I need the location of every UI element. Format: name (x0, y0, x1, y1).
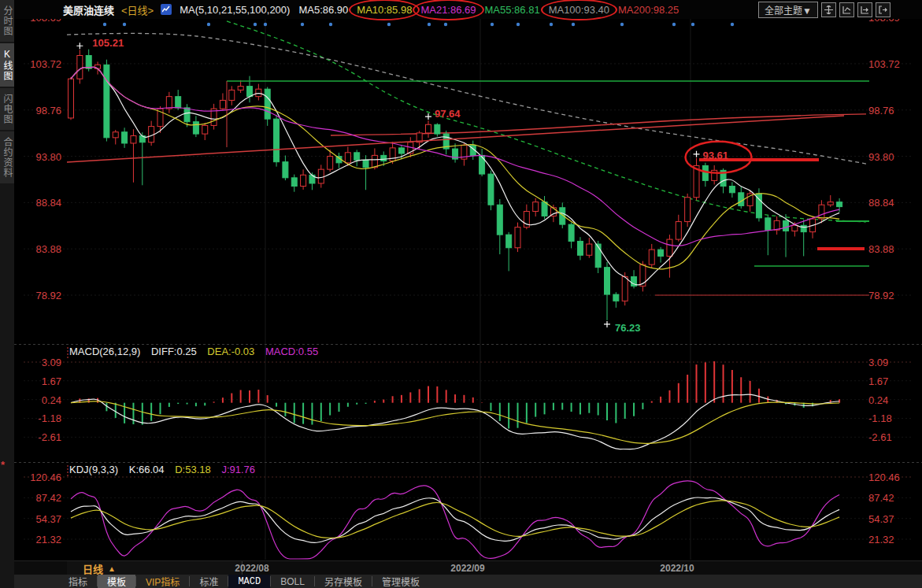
price-axis-label: 93.80 (868, 151, 894, 163)
candle (291, 175, 297, 192)
kdj-axis-label: 120.46 (868, 472, 900, 483)
chevron-up-icon: ▲ (108, 564, 116, 573)
bottom-tab-2[interactable]: VIP指标 (136, 575, 189, 588)
kdj-j-value: J:91.76 (221, 464, 255, 475)
macd-value: MACD:0.55 (265, 346, 318, 357)
ma-line-MA200 (331, 114, 866, 135)
price-annotation: 97.64 (435, 108, 461, 120)
candle (613, 292, 619, 308)
doji-cross-marker (604, 321, 610, 327)
candle (247, 76, 253, 103)
sidebar-tab-0[interactable]: 分时图 (0, 0, 14, 42)
kdj-axis-label: 54.37 (868, 513, 894, 525)
candle (417, 131, 422, 149)
candle (354, 150, 360, 166)
kdj-title-row: KDJ(9,3,3) K:66.04 D:53.18 J:91.76 (69, 464, 263, 475)
candle (131, 129, 136, 183)
kdj-axis-label: 21.32 (868, 534, 894, 545)
macd-diff-value: DIFF:0.25 (151, 346, 197, 357)
candle (694, 158, 699, 201)
ma-value-5: MA200:98.25 (617, 4, 679, 16)
kdj-axis-label: 87.42 (868, 492, 894, 504)
export-pane-icon[interactable] (876, 2, 891, 17)
date-axis-label: 2022/08 (235, 563, 268, 574)
date-axis-label: 2022/09 (450, 563, 484, 574)
kdj-params: KDJ(9,3,3) (69, 464, 118, 475)
theme-selector-button[interactable]: 全部主题▼ (758, 2, 818, 18)
price-axis-label: 103.72 (24, 58, 61, 70)
candle (104, 60, 109, 142)
candle (676, 215, 681, 242)
kdj-axis-label: 120.46 (24, 472, 61, 483)
kdj-d-value: D:53.18 (175, 464, 211, 475)
chart-header: 美原油连续 <日线> MA(5,10,21,55,100,200) MA5:86… (14, 0, 922, 19)
candle (426, 120, 431, 138)
macd-axis-label: -1.18 (868, 412, 892, 424)
event-dot (491, 23, 494, 26)
event-dot (264, 23, 267, 26)
candle (139, 132, 145, 185)
ma-line-MA10 (71, 67, 839, 268)
event-dot (731, 23, 734, 26)
sidebar-tab-2[interactable]: 闪电图 (0, 88, 14, 130)
sidebar-tab-1[interactable]: K线图 (0, 43, 14, 87)
candle (542, 196, 547, 219)
ma-line-MA55 (227, 21, 866, 222)
marker-icon: * (1, 459, 5, 471)
candle (649, 244, 654, 268)
bottom-tab-7[interactable]: 管理模板 (372, 575, 429, 588)
event-dot (672, 23, 676, 26)
candle (747, 190, 753, 212)
bottom-tab-1[interactable]: 模板 (98, 575, 135, 588)
candle (605, 262, 610, 320)
bottom-tab-4[interactable]: MACD (228, 575, 270, 588)
sidebar-tab-3[interactable]: 合约资料 (0, 131, 14, 183)
candle (435, 123, 440, 136)
candle (595, 241, 601, 273)
event-dot (254, 23, 257, 26)
candle (587, 238, 592, 258)
event-dot (387, 23, 391, 26)
kline-chart-canvas[interactable]: 105.2197.6493.6176.23 (0, 0, 922, 588)
candle (810, 216, 816, 239)
macd-axis-label: 1.67 (868, 375, 888, 387)
candle (238, 80, 243, 93)
price-axis-label: 98.76 (24, 105, 61, 116)
candle (506, 232, 512, 272)
bottom-tab-5[interactable]: BOLL (271, 575, 314, 588)
candles (69, 50, 842, 320)
candle (765, 216, 771, 255)
period-tag: <日线> (121, 2, 154, 17)
price-axis-label: 103.72 (868, 58, 900, 70)
shift-right-icon[interactable] (857, 2, 872, 17)
date-axis-label: 2022/10 (660, 563, 694, 574)
date-axis-row: 日线 ▲ 2022/082022/092022/10 (14, 560, 922, 575)
macd-title-row: MACD(26,12,9) DIFF:0.25 DEA:-0.03 MACD:0… (69, 346, 326, 357)
macd-axis-label: 0.24 (24, 394, 61, 406)
bottom-tab-0[interactable]: 指标 (59, 575, 97, 588)
macd-axis-label: -1.18 (24, 412, 61, 424)
pan-icon[interactable] (821, 2, 836, 17)
candle (220, 93, 225, 110)
macd-axis-label: 0.24 (868, 394, 888, 406)
bottom-tab-3[interactable]: 标准 (190, 575, 228, 588)
macd-axis-label: -2.61 (24, 431, 61, 443)
candle (86, 50, 91, 72)
period-selector[interactable]: 日线 ▲ (67, 561, 243, 575)
price-axis-label: 78.92 (24, 290, 61, 301)
candle (729, 182, 735, 198)
macd-params: MACD(26,12,9) (69, 346, 140, 357)
candle (283, 156, 288, 181)
fit-scale-icon[interactable] (839, 2, 854, 17)
kdj-axis-label: 21.32 (24, 534, 61, 545)
candle (193, 116, 198, 137)
ma-value-2: MA21:86.69 (420, 4, 476, 16)
bottom-tab-6[interactable]: 另存模板 (315, 575, 372, 588)
header-toolbar: 全部主题▼ (758, 2, 922, 18)
macd-axis-label: -2.61 (868, 431, 892, 443)
candle (828, 195, 833, 207)
candle (488, 171, 494, 211)
symbol-title: 美原油连续 (63, 2, 114, 17)
macd-dea-value: DEA:-0.03 (207, 346, 254, 357)
candle (568, 223, 574, 249)
